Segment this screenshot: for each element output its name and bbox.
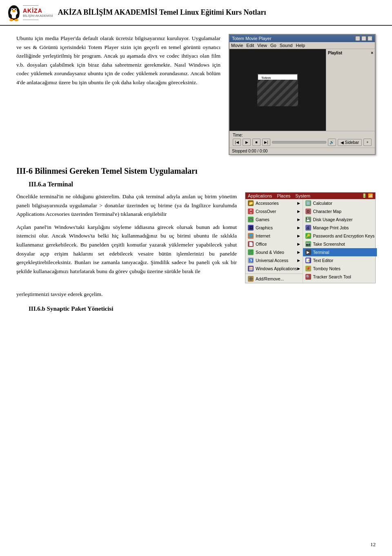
svg-point-5 <box>15 9 16 10</box>
office-icon: 📄 <box>248 241 254 247</box>
playlist-close[interactable]: × <box>371 51 373 55</box>
totem-window-container: Totem Movie Player _ □ × Movie Edit View… <box>229 34 376 155</box>
menu-movie[interactable]: Movie <box>231 43 243 48</box>
totem-video-area: Totem <box>229 49 326 131</box>
gnome-sound-video[interactable]: 🎵 Sound & Video ▶ <box>245 248 303 256</box>
games-icon: 🎮 <box>248 217 254 222</box>
section-iii6-heading: III-6 Bilinmesi Gereken Temel Sistem Uyg… <box>16 166 376 176</box>
maximize-button[interactable]: □ <box>361 36 366 41</box>
menu-sound[interactable]: Sound <box>280 43 293 48</box>
universal-icon: ♿ <box>248 258 254 263</box>
prev-button[interactable]: |◀ <box>233 139 241 146</box>
play-button[interactable]: ▶ <box>243 139 251 146</box>
gnome-text-editor[interactable]: 📝 Text Editor <box>303 256 377 265</box>
gnome-universal-access[interactable]: ♿ Universal Access ▶ <box>245 256 303 265</box>
gnome-print-jobs[interactable]: 🖨 Manage Print Jobs <box>303 224 377 232</box>
intro-text: Ubuntu için media Player'da default olar… <box>16 34 220 155</box>
gnome-icons: 🔋 📶 <box>362 193 373 198</box>
graphics-icon: 🖼 <box>248 225 254 231</box>
gnome-tomboy[interactable]: 📌 Tomboy Notes <box>303 265 377 273</box>
controls-row[interactable]: |◀ ▶ ■ ▶| 🔊 ◀ Sidebar + <box>233 139 372 146</box>
next-button[interactable]: ▶| <box>262 139 270 146</box>
brand-name: AKİZA <box>23 7 53 14</box>
volume-icon: 🔊 <box>328 139 336 146</box>
gnome-internet[interactable]: 🌐 Internet ▶ <box>245 232 303 240</box>
menu-go[interactable]: Go <box>270 43 276 48</box>
subsection-a-heading: III.6.a Terminal <box>29 181 376 188</box>
windows-apps-icon: 🪟 <box>248 266 254 271</box>
calculator-icon: 🔢 <box>305 200 311 206</box>
gnome-screenshot[interactable]: 📷 Take Screenshot <box>303 240 377 248</box>
totem-menubar[interactable]: Movie Edit View Go Sound Help <box>229 42 375 49</box>
gnome-menubar[interactable]: Applications Places System 🔋 📶 <box>245 193 375 199</box>
disk-icon: 💾 <box>305 217 311 222</box>
gnome-windows-apps[interactable]: 🪟 Windows Applications ▶ <box>245 265 303 273</box>
time-label: Time: <box>233 133 372 137</box>
fullscreen-button[interactable]: + <box>363 139 372 146</box>
charmap-icon: Ω <box>305 208 311 214</box>
page-header: ────── AKİZA BİLİŞİM AKADEMİSİ ────── AK… <box>0 0 392 26</box>
gnome-disk-analyzer[interactable]: 💾 Disk Usage Analyzer <box>303 215 377 224</box>
menu-separator <box>245 274 303 274</box>
totem-controls: Time: |◀ ▶ ■ ▶| 🔊 ◀ Sidebar + <box>229 131 375 148</box>
gnome-games[interactable]: 🎮 Games ▶ <box>245 215 303 224</box>
page-number: 12 <box>370 541 376 548</box>
svg-point-9 <box>9 19 13 21</box>
close-button[interactable]: × <box>368 36 372 41</box>
gnome-accessories[interactable]: 📁 Accessories ▶ <box>245 199 303 207</box>
svg-point-6 <box>12 10 16 12</box>
terminal-text-left: Öncelikle terminal'in ne olduğunu göster… <box>16 192 237 283</box>
gnome-apps-col[interactable]: 📁 Accessories ▶ 🍷 CrossOver ▶ 🎮 Games ▶ <box>245 199 303 283</box>
svg-point-4 <box>12 9 13 10</box>
svg-point-10 <box>14 19 18 21</box>
terminal-section: Öncelikle terminal'in ne olduğunu göster… <box>16 192 376 283</box>
menu-help[interactable]: Help <box>296 43 305 48</box>
gnome-applications[interactable]: Applications <box>248 193 272 198</box>
terminal-para3: yerleştirmenizi tavsiye ederek geçelim. <box>16 290 376 299</box>
minimize-button[interactable]: _ <box>355 36 360 41</box>
totem-title: Totem Movie Player <box>232 36 272 41</box>
print-icon: 🖨 <box>305 225 311 231</box>
tracker-icon: 🔍 <box>305 274 311 280</box>
gnome-calculator[interactable]: 🔢 Calculator <box>303 199 377 207</box>
gnome-character-map[interactable]: Ω Character Map <box>303 207 377 215</box>
sound-video-icon: 🎵 <box>248 249 254 255</box>
gnome-menu-body: 📁 Accessories ▶ 🍷 CrossOver ▶ 🎮 Games ▶ <box>245 199 375 283</box>
totem-titlebar: Totem Movie Player _ □ × <box>229 35 375 42</box>
clap-body <box>257 80 298 106</box>
totem-playlist: Playlist × <box>326 49 375 131</box>
gnome-passwords[interactable]: 🔑 Passwords and Encryption Keys <box>303 232 377 240</box>
accessories-icon: 📁 <box>248 200 254 206</box>
menu-edit[interactable]: Edit <box>246 43 254 48</box>
terminal-icon: ▶ <box>305 249 311 255</box>
internet-icon: 🌐 <box>248 233 254 239</box>
gnome-office[interactable]: 📄 Office ▶ <box>245 240 303 248</box>
add-remove-icon: ➕ <box>248 276 254 282</box>
clapperboard: Totem <box>257 74 298 106</box>
page-title: AKİZA BİLİŞİM AKADEMİSİ Temel Linux Eğit… <box>58 8 266 17</box>
gnome-graphics[interactable]: 🖼 Graphics ▶ <box>245 224 303 232</box>
totem-window-controls[interactable]: _ □ × <box>355 36 372 41</box>
menu-view[interactable]: View <box>257 43 267 48</box>
gnome-system[interactable]: System <box>295 193 310 198</box>
logo-container: ────── AKİZA BİLİŞİM AKADEMİSİ ────── <box>7 3 53 22</box>
passwords-icon: 🔑 <box>305 233 311 239</box>
stop-button[interactable]: ■ <box>252 139 261 146</box>
totem-statusbar: Stopped 0:00 / 0:00 <box>229 148 375 154</box>
brand-sub: BİLİŞİM AKADEMİSİ <box>23 14 53 18</box>
totem-body: Totem Playlist × <box>229 49 375 131</box>
gnome-places[interactable]: Places <box>277 193 290 198</box>
sidebar-button[interactable]: ◀ Sidebar <box>338 139 362 146</box>
gnome-add-remove[interactable]: ➕ Add/Remove... <box>245 275 303 283</box>
penguin-icon <box>7 4 21 22</box>
totem-window: Totem Movie Player _ □ × Movie Edit View… <box>229 34 376 155</box>
progress-bar[interactable] <box>272 141 326 143</box>
gnome-terminal[interactable]: ▶ Terminal <box>303 248 377 256</box>
gnome-accessories-submenu[interactable]: 🔢 Calculator Ω Character Map 💾 Disk Usag… <box>303 199 377 283</box>
gnome-menu-screenshot: Applications Places System 🔋 📶 📁 Accesso… <box>245 192 376 283</box>
crossover-icon: 🍷 <box>248 208 254 214</box>
text-editor-icon: 📝 <box>305 258 311 263</box>
screenshot-icon: 📷 <box>305 241 311 247</box>
gnome-tracker[interactable]: 🔍 Tracker Search Tool <box>303 273 377 281</box>
gnome-crossover[interactable]: 🍷 CrossOver ▶ <box>245 207 303 215</box>
